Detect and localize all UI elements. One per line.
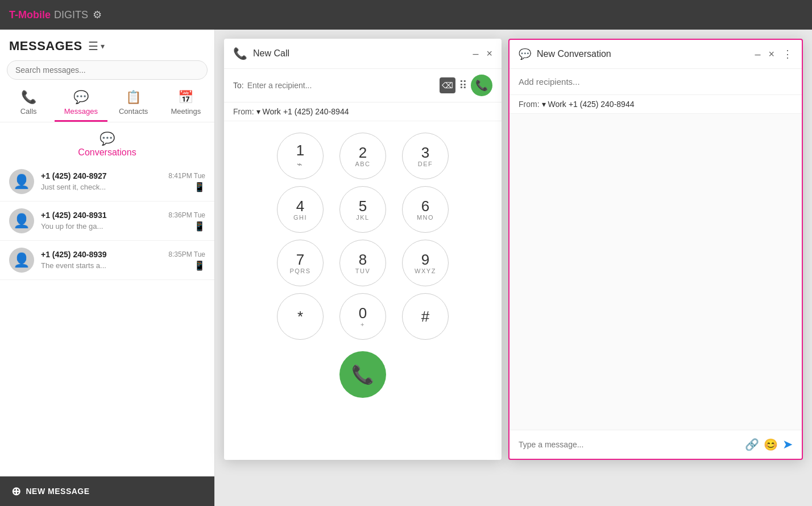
dialpad-row-3: 7 PQRS 8 TUV 9 WXYZ <box>277 240 449 286</box>
brand-digits: DIGITS <box>54 9 88 21</box>
conversation-body <box>509 114 802 430</box>
meetings-icon: 📅 <box>178 90 193 105</box>
search-input[interactable] <box>7 60 208 80</box>
to-row: To: ⌫ ⠿ 📞 <box>224 69 502 102</box>
close-button[interactable]: × <box>486 48 492 60</box>
conversation-text: You up for the ga... <box>41 222 103 231</box>
send-button[interactable]: ➤ <box>782 437 793 452</box>
backspace-button[interactable]: ⌫ <box>440 77 455 93</box>
main-layout: MESSAGES ☰ ▾ 📞 Calls 💬 Messages 📋 Contac… <box>0 30 812 506</box>
device-icon: 📱 <box>194 260 205 271</box>
recipients-input[interactable] <box>509 69 802 94</box>
message-input[interactable] <box>519 440 740 449</box>
sidebar: MESSAGES ☰ ▾ 📞 Calls 💬 Messages 📋 Contac… <box>0 30 215 506</box>
conv-from-row: From: ▾ Work +1 (425) 240-8944 <box>509 95 802 114</box>
conversation-preview: Just sent it, check... 📱 <box>41 182 205 192</box>
dialpad-row-4: * 0 + # <box>277 293 449 340</box>
tab-contacts[interactable]: 📋 Contacts <box>107 84 160 122</box>
dial-key-6[interactable]: 6 MNO <box>402 186 449 233</box>
top-bar: T-Mobile DIGITS ⚙ <box>0 0 812 30</box>
close-conv-button[interactable]: × <box>768 48 774 60</box>
tab-calls[interactable]: 📞 Calls <box>2 84 55 122</box>
dialpad-row-1: 1 ⌁ 2 ABC 3 DEF <box>277 133 449 179</box>
conversation-header: +1 (425) 240-8927 8:41PM Tue <box>41 171 205 180</box>
conversation-content: +1 (425) 240-8931 8:36PM Tue You up for … <box>41 211 205 232</box>
new-message-label: NEW MESSAGE <box>26 487 90 496</box>
more-options-button[interactable]: ⋮ <box>782 48 793 60</box>
minimize-conv-button[interactable]: – <box>755 48 760 60</box>
dial-key-0[interactable]: 0 + <box>339 293 386 340</box>
sidebar-header: MESSAGES ☰ ▾ <box>0 30 214 58</box>
new-message-button[interactable]: ⊕ NEW MESSAGE <box>11 484 90 498</box>
gear-icon[interactable]: ⚙ <box>93 9 102 21</box>
menu-icon[interactable]: ☰ <box>88 39 98 53</box>
new-conversation-dialog-header: 💬 New Conversation – × ⋮ <box>509 40 802 69</box>
conversation-header: +1 (425) 240-8939 8:35PM Tue <box>41 250 205 259</box>
device-icon: 📱 <box>194 221 205 232</box>
conversations-label: Conversations <box>78 147 136 158</box>
emoji-icon[interactable]: 😊 <box>764 438 778 451</box>
avatar-icon: 👤 <box>13 213 30 229</box>
minimize-button[interactable]: – <box>473 48 478 60</box>
sidebar-title: MESSAGES <box>9 39 82 54</box>
from-dropdown[interactable]: ▾ Work <box>256 107 281 116</box>
dial-key-7[interactable]: 7 PQRS <box>277 240 324 286</box>
from-number: +1 (425) 240-8944 <box>283 107 349 116</box>
to-label: To: <box>233 81 244 90</box>
conversation-text: Just sent it, check... <box>41 183 106 191</box>
menu-icon-sub[interactable]: ▾ <box>101 42 105 51</box>
conversation-header: +1 (425) 240-8931 8:36PM Tue <box>41 211 205 220</box>
attachment-icon[interactable]: 🔗 <box>745 438 759 451</box>
dial-key-8[interactable]: 8 TUV <box>339 240 386 286</box>
conversation-name: +1 (425) 240-8931 <box>41 211 107 220</box>
new-message-bar[interactable]: ⊕ NEW MESSAGE <box>0 476 214 506</box>
message-icon: 💬 <box>519 48 531 60</box>
avatar: 👤 <box>9 169 34 194</box>
new-conversation-title: New Conversation <box>537 49 747 59</box>
dial-key-4[interactable]: 4 GHI <box>277 186 324 233</box>
conversations-section: 💬 Conversations <box>0 122 214 162</box>
brand-tmobile: T-Mobile <box>9 9 51 21</box>
avatar-icon: 👤 <box>13 252 30 268</box>
list-item[interactable]: 👤 +1 (425) 240-8931 8:36PM Tue You up fo… <box>0 201 214 241</box>
dial-key-3[interactable]: 3 DEF <box>402 133 449 179</box>
messages-icon: 💬 <box>73 90 89 105</box>
tab-messages[interactable]: 💬 Messages <box>55 84 107 122</box>
conversation-preview: You up for the ga... 📱 <box>41 221 205 232</box>
list-item[interactable]: 👤 +1 (425) 240-8939 8:35PM Tue The event… <box>0 241 214 280</box>
dial-key-5[interactable]: 5 JKL <box>339 186 386 233</box>
conversation-preview: The event starts a... 📱 <box>41 260 205 271</box>
new-call-dialog-header: 📞 New Call – × <box>224 39 502 69</box>
conv-from-number: +1 (425) 240-8944 <box>569 100 635 109</box>
tab-meetings[interactable]: 📅 Meetings <box>160 84 212 122</box>
dial-key-1[interactable]: 1 ⌁ <box>277 133 324 179</box>
call-button-small[interactable]: 📞 <box>471 75 492 96</box>
conversation-name: +1 (425) 240-8939 <box>41 250 107 259</box>
recipients-row <box>509 69 802 95</box>
avatar: 👤 <box>9 248 34 273</box>
calls-icon: 📞 <box>21 90 36 105</box>
grid-button[interactable]: ⠿ <box>459 79 467 92</box>
conversation-time: 8:41PM Tue <box>168 172 205 180</box>
dial-key-hash[interactable]: # <box>402 293 449 340</box>
avatar: 👤 <box>9 208 34 233</box>
tab-meetings-label: Meetings <box>171 107 201 116</box>
conversation-content: +1 (425) 240-8939 8:35PM Tue The event s… <box>41 250 205 271</box>
dial-key-star[interactable]: * <box>277 293 324 340</box>
tab-contacts-label: Contacts <box>119 107 148 116</box>
conv-from-label: From: <box>519 100 540 109</box>
list-item[interactable]: 👤 +1 (425) 240-8927 8:41PM Tue Just sent… <box>0 162 214 201</box>
conv-from-dropdown[interactable]: ▾ Work <box>542 100 566 109</box>
tab-messages-label: Messages <box>64 107 98 116</box>
dial-key-9[interactable]: 9 WXYZ <box>402 240 449 286</box>
conversation-time: 8:36PM Tue <box>168 211 205 219</box>
conversations-icon: 💬 <box>100 131 115 146</box>
plus-circle-icon: ⊕ <box>11 484 22 498</box>
new-conversation-dialog: 💬 New Conversation – × ⋮ From: ▾ Work +1… <box>508 39 803 460</box>
brand: T-Mobile DIGITS <box>9 9 88 21</box>
to-input[interactable] <box>247 81 436 90</box>
new-call-title: New Call <box>253 48 465 59</box>
dial-call-button[interactable]: 📞 <box>339 351 386 398</box>
dialpad: 1 ⌁ 2 ABC 3 DEF 4 GHI <box>224 121 502 460</box>
dial-key-2[interactable]: 2 ABC <box>339 133 386 179</box>
